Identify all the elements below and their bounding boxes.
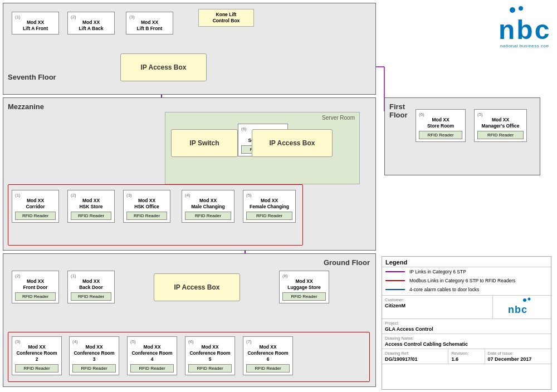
svg-point-44	[510, 7, 515, 13]
date-label: Date of Issue:	[488, 351, 548, 356]
project-label: Project:	[385, 321, 548, 326]
customer-value: CitizenM	[385, 303, 490, 308]
legend-item-alarm: 4-core alarm cables to door locks	[382, 285, 551, 294]
info-row-project: Project: GLA Access Control	[382, 319, 551, 334]
nbc-logo: nbc national business communications	[451, 6, 551, 61]
mezzanine-ip-access-box: IP Access Box	[252, 129, 333, 157]
server-room-box: Server Room (6) Mod XXServer Room RFID R…	[165, 112, 360, 184]
info-cell-ref: Drawing Ref: DG/190917/01	[382, 349, 448, 364]
seventh-floor-label: Seventh Floor	[8, 73, 56, 81]
info-cell-date: Date of Issue: 07 December 2017	[485, 349, 551, 364]
mod-conference-room-6: (7) Mod XXConference Room 6 RFID Reader	[243, 336, 293, 375]
legend-item-modbus: Modbus Links in Category 6 STP to RFID R…	[382, 276, 551, 285]
ground-floor-section: Ground Floor IP Access Box (2) Mod XXFro…	[3, 253, 376, 387]
first-floor-label: FirstFloor	[389, 102, 408, 119]
mod-front-door: (2) Mod XXFront Door RFID Reader	[12, 271, 59, 303]
customer-label: Customer:	[385, 297, 490, 302]
legend-title: Legend	[382, 257, 551, 267]
legend-item-ip: IP Links in Category 6 STP	[382, 267, 551, 276]
svg-text:nbc: nbc	[508, 304, 527, 315]
mezzanine-floor-section: Mezzanine Server Room (6) Mod XXServer R…	[3, 97, 376, 251]
rfid-conf-6: RFID Reader	[246, 364, 290, 373]
server-room-label: Server Room	[322, 115, 355, 121]
seventh-floor-section: Seventh Floor (1) Mod XXLift A Front (2)…	[3, 3, 376, 95]
svg-text:national business communicatio: national business communications	[500, 43, 549, 48]
mod-conference-room-3: (4) Mod XXConference Room 3 RFID Reader	[69, 336, 119, 375]
rfid-conf-5: RFID Reader	[188, 364, 232, 373]
drawing-ref-value: DG/190917/01	[385, 356, 445, 362]
first-floor-section: FirstFloor (6) Mod XXStore Room RFID Rea…	[384, 97, 540, 175]
mezzanine-ip-switch: IP Switch	[171, 129, 238, 157]
ground-floor-label: Ground Floor	[324, 258, 370, 267]
drawing-name-value: Access Control Cabling Schematic	[385, 341, 548, 347]
info-cell-logo: nbc	[493, 296, 551, 318]
mod-lift-a-front: (1) Mod XXLift A Front	[12, 12, 59, 35]
kone-lift-control: Kone LiftControl Box	[198, 9, 254, 27]
legend-ip-label: IP Links in Category 6 STP	[409, 269, 466, 275]
project-value: GLA Access Control	[385, 326, 548, 332]
info-grid: Customer: CitizenM nbc Project: GLA Acce…	[382, 295, 551, 364]
rfid-back-door: RFID Reader	[71, 292, 111, 301]
svg-point-49	[528, 298, 531, 301]
info-cell-project: Project: GLA Access Control	[382, 319, 551, 334]
revision-label: Revision:	[451, 351, 481, 356]
date-value: 07 December 2017	[488, 356, 548, 362]
svg-text:nbc: nbc	[499, 15, 549, 45]
legend-line-red	[385, 280, 405, 281]
info-nbc-logo: nbc	[505, 297, 539, 317]
info-row-ref: Drawing Ref: DG/190917/01 Revision: 1.6 …	[382, 349, 551, 364]
revision-value: 1.6	[451, 356, 481, 362]
info-cell-revision: Revision: 1.6	[448, 349, 485, 364]
info-cell-drawing: Drawing Name: Access Control Cabling Sch…	[382, 334, 551, 349]
mod-lift-b-front: (3) Mod XXLift B Front	[126, 12, 173, 35]
main-container: nbc national business communications Sev…	[0, 0, 557, 392]
drawing-ref-label: Drawing Ref:	[385, 351, 445, 356]
mod-managers-office: (5) Mod XXManager's Office RFID Reader	[474, 109, 527, 142]
svg-point-48	[523, 298, 526, 302]
legend-line-blue	[385, 289, 405, 290]
drawing-name-label: Drawing Name:	[385, 336, 548, 341]
legend-alarm-label: 4-core alarm cables to door locks	[409, 287, 479, 292]
mod-conference-room-5: (6) Mod XXConference Room 5 RFID Reader	[185, 336, 235, 375]
mezzanine-floor-label: Mezzanine	[8, 102, 44, 111]
mod-lift-a-back: (2) Mod XXLift A Back	[67, 12, 115, 35]
svg-point-45	[519, 6, 523, 11]
mod-conference-room-4: (5) Mod XXConference Room 4 RFID Reader	[127, 336, 177, 375]
mod-store-room: (6) Mod XXStore Room RFID Reader	[416, 109, 466, 142]
info-row-drawing: Drawing Name: Access Control Cabling Sch…	[382, 334, 551, 349]
legend-box: Legend IP Links in Category 6 STP Modbus…	[382, 256, 551, 390]
ground-ip-access-box: IP Access Box	[154, 273, 240, 301]
mod-back-door: (1) Mod XXBack Door RFID Reader	[67, 271, 115, 303]
legend-modbus-label: Modbus Links in Category 6 STP to RFID R…	[409, 278, 515, 283]
nbc-logo-svg: nbc national business communications	[454, 6, 549, 56]
info-cell-customer: Customer: CitizenM	[382, 296, 493, 318]
rfid-conf-2: RFID Reader	[15, 364, 58, 373]
rfid-store-room: RFID Reader	[419, 131, 462, 139]
rfid-front-door: RFID Reader	[15, 292, 56, 301]
legend-line-purple	[385, 271, 405, 272]
seventh-ip-access-box: IP Access Box	[120, 53, 207, 81]
mod-conference-room-2: (3) Mod XXConference Room 2 RFID Reader	[12, 336, 62, 375]
mezzanine-modules-border	[8, 184, 303, 246]
info-row-customer: Customer: CitizenM nbc	[382, 296, 551, 319]
rfid-managers-office: RFID Reader	[477, 131, 524, 139]
mod-luggage-store: (8) Mod XXLuggage Store RFID Reader	[279, 271, 329, 303]
rfid-conf-4: RFID Reader	[130, 364, 174, 373]
rfid-luggage-store: RFID Reader	[282, 292, 326, 301]
rfid-conf-3: RFID Reader	[72, 364, 116, 373]
